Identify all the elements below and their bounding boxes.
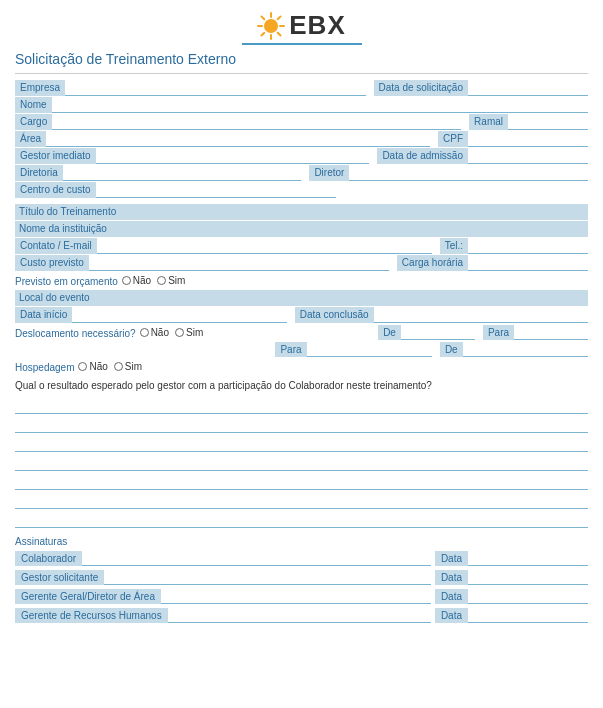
para2-value[interactable] xyxy=(307,343,432,357)
previsto-sim-option[interactable]: Sim xyxy=(157,275,185,286)
row-deslocamento: Deslocamento necessário? Não Sim De Para xyxy=(15,324,588,340)
text-line-3[interactable] xyxy=(15,436,588,452)
gerente-geral-label: Gerente Geral/Diretor de Área xyxy=(15,589,161,604)
svg-line-7 xyxy=(278,16,281,19)
area-value[interactable] xyxy=(46,131,430,147)
gestor-imediato-value[interactable] xyxy=(96,148,370,164)
contato-value[interactable] xyxy=(97,238,432,254)
data-solicitacao-label: Data de solicitação xyxy=(374,80,469,96)
gestor-sol-data-line[interactable] xyxy=(468,571,588,585)
gerente-geral-data-line[interactable] xyxy=(468,590,588,604)
row-contato: Contato / E-mail Tel.: xyxy=(15,238,588,254)
cargo-value[interactable] xyxy=(52,114,461,130)
deslocamento-sim-label: Sim xyxy=(186,327,203,338)
colaborador-data-line[interactable] xyxy=(468,552,588,566)
previsto-sim-label: Sim xyxy=(168,275,185,286)
gestor-solicitante-line[interactable] xyxy=(104,571,431,585)
row-diretoria: Diretoria Diretor xyxy=(15,165,588,181)
data-solicitacao-value[interactable] xyxy=(468,80,588,96)
data-conclusao-value[interactable] xyxy=(374,307,588,323)
contato-email-label: Contato / E-mail xyxy=(15,238,97,254)
nome-instituicao-label: Nome da instituição xyxy=(15,221,588,237)
hospedagem-nao-option[interactable]: Não xyxy=(78,361,107,372)
nome-value[interactable] xyxy=(52,97,588,113)
carga-horaria-value[interactable] xyxy=(468,255,588,271)
diretor-value[interactable] xyxy=(349,165,588,181)
cpf-value[interactable] xyxy=(468,131,588,147)
sig-row-colaborador: Colaborador Data xyxy=(15,550,588,566)
text-line-6[interactable] xyxy=(15,493,588,509)
para2-label: Para xyxy=(275,342,306,357)
sig-row-gerente-geral: Gerente Geral/Diretor de Área Data xyxy=(15,588,588,604)
row-area: Área CPF xyxy=(15,131,588,147)
de-value[interactable] xyxy=(401,326,475,340)
deslocamento-nao-option[interactable]: Não xyxy=(140,327,169,338)
previsto-nao-radio[interactable] xyxy=(122,276,131,285)
deslocamento-nao-radio[interactable] xyxy=(140,328,149,337)
text-line-5[interactable] xyxy=(15,474,588,490)
page-divider xyxy=(15,73,588,74)
hospedagem-sim-option[interactable]: Sim xyxy=(114,361,142,372)
previsto-sim-radio[interactable] xyxy=(157,276,166,285)
custo-previsto-label: Custo previsto xyxy=(15,255,89,271)
empresa-value[interactable] xyxy=(65,80,365,96)
deslocamento-radio-group: Não Sim xyxy=(140,327,204,338)
deslocamento-sim-radio[interactable] xyxy=(175,328,184,337)
data-admissao-value[interactable] xyxy=(468,148,588,164)
carga-horaria-label: Carga horária xyxy=(397,255,468,271)
tel-value[interactable] xyxy=(468,238,588,254)
data-conclusao-label: Data conclusão xyxy=(295,307,374,323)
data-inicio-label: Data início xyxy=(15,307,72,323)
hospedagem-nao-radio[interactable] xyxy=(78,362,87,371)
previsto-nao-option[interactable]: Não xyxy=(122,275,151,286)
local-evento-label: Local do evento xyxy=(15,290,588,306)
row-para-de: Para De xyxy=(15,341,588,357)
resultado-esperado-label: Qual o resultado esperado pelo gestor co… xyxy=(15,378,436,394)
text-line-2[interactable] xyxy=(15,417,588,433)
colaborador-data-label: Data xyxy=(435,551,468,566)
diretoria-value[interactable] xyxy=(63,165,302,181)
gerente-rh-line[interactable] xyxy=(168,609,431,623)
row-hospedagem: Hospedagem Não Sim xyxy=(15,358,588,374)
resultado-text-area[interactable] xyxy=(15,398,588,528)
sig-row-gestor-sol: Gestor solicitante Data xyxy=(15,569,588,585)
deslocamento-label: Deslocamento necessário? xyxy=(15,326,140,339)
gerente-rh-data-line[interactable] xyxy=(468,609,588,623)
text-line-1[interactable] xyxy=(15,398,588,414)
gerente-rh-data-label: Data xyxy=(435,608,468,623)
deslocamento-nao-label: Não xyxy=(151,327,169,338)
row-empresa: Empresa Data de solicitação xyxy=(15,80,588,96)
gerente-rh-label: Gerente de Recursos Humanos xyxy=(15,608,168,623)
de2-label: De xyxy=(440,342,463,357)
centro-custo-value[interactable] xyxy=(96,182,336,198)
deslocamento-sim-option[interactable]: Sim xyxy=(175,327,203,338)
previsto-orcamento-label: Previsto em orçamento xyxy=(15,274,122,287)
data-inicio-value[interactable] xyxy=(72,307,286,323)
text-line-4[interactable] xyxy=(15,455,588,471)
centro-custo-label: Centro de custo xyxy=(15,182,96,198)
para-value[interactable] xyxy=(514,326,588,340)
de2-value[interactable] xyxy=(463,343,588,357)
text-line-7[interactable] xyxy=(15,512,588,528)
hospedagem-radio-group: Não Sim xyxy=(78,361,142,372)
colaborador-label: Colaborador xyxy=(15,551,82,566)
page-title: Solicitação de Treinamento Externo xyxy=(15,51,588,67)
gerente-geral-data-label: Data xyxy=(435,589,468,604)
row-centro-custo: Centro de custo xyxy=(15,182,588,198)
row-previsto: Previsto em orçamento Não Sim xyxy=(15,272,588,288)
row-custo: Custo previsto Carga horária xyxy=(15,255,588,271)
row-cargo: Cargo Ramal xyxy=(15,114,588,130)
hospedagem-sim-radio[interactable] xyxy=(114,362,123,371)
logo-text: EBX xyxy=(289,10,345,41)
colaborador-line[interactable] xyxy=(82,552,431,566)
previsto-radio-group: Não Sim xyxy=(122,275,186,286)
sig-row-gerente-rh: Gerente de Recursos Humanos Data xyxy=(15,607,588,623)
custo-value[interactable] xyxy=(89,255,389,271)
svg-point-0 xyxy=(264,19,278,33)
svg-line-5 xyxy=(262,16,265,19)
svg-line-8 xyxy=(262,32,265,35)
gerente-geral-line[interactable] xyxy=(161,590,431,604)
ramal-value[interactable] xyxy=(508,114,588,130)
sun-icon xyxy=(257,12,285,40)
hospedagem-label: Hospedagem xyxy=(15,360,78,373)
